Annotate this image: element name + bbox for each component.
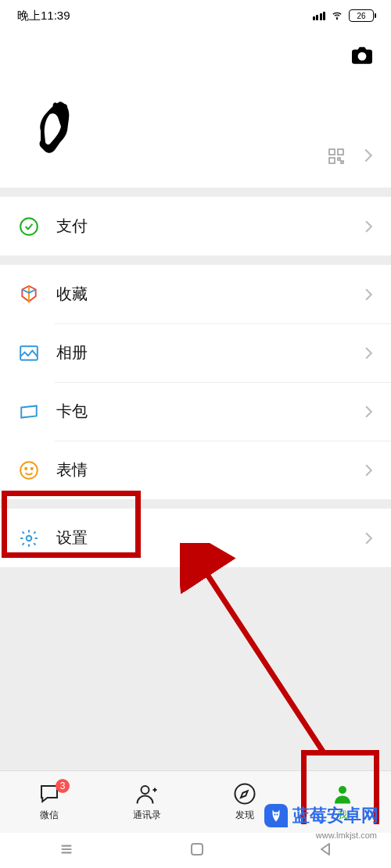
unread-badge: 3 bbox=[56, 779, 70, 793]
qrcode-button[interactable] bbox=[328, 148, 344, 167]
menu-label: 卡包 bbox=[56, 401, 365, 422]
menu-label: 表情 bbox=[56, 459, 365, 480]
svg-point-9 bbox=[20, 218, 38, 235]
svg-point-13 bbox=[31, 467, 33, 469]
watermark-text: 蓝莓安卓网 bbox=[292, 804, 378, 827]
battery-icon: 26 bbox=[349, 9, 374, 22]
menu-label: 相册 bbox=[56, 342, 365, 363]
favorites-icon bbox=[19, 284, 39, 305]
chevron-right-icon bbox=[365, 288, 372, 301]
person-icon bbox=[331, 782, 354, 805]
menu-item-cards[interactable]: 卡包 bbox=[0, 382, 391, 441]
pay-icon bbox=[19, 216, 39, 237]
annotation-arrow bbox=[180, 543, 344, 770]
svg-point-11 bbox=[20, 462, 38, 479]
wifi-icon bbox=[330, 10, 344, 21]
tab-chats[interactable]: 3 微信 bbox=[0, 771, 98, 833]
chevron-right-icon bbox=[364, 148, 372, 166]
menu-item-favorites[interactable]: 收藏 bbox=[0, 265, 391, 323]
camera-icon bbox=[352, 47, 372, 64]
gear-icon bbox=[19, 528, 39, 548]
chevron-right-icon bbox=[365, 347, 372, 359]
svg-point-23 bbox=[274, 813, 275, 815]
profile-header[interactable] bbox=[0, 31, 391, 188]
svg-rect-7 bbox=[338, 158, 340, 160]
camera-button[interactable] bbox=[352, 47, 372, 67]
menu-group-pay: 支付 bbox=[0, 197, 391, 255]
svg-rect-20 bbox=[61, 845, 71, 846]
qrcode-icon bbox=[328, 148, 344, 164]
menu-label: 收藏 bbox=[56, 284, 365, 305]
svg-point-14 bbox=[27, 535, 32, 541]
svg-rect-6 bbox=[329, 158, 335, 163]
status-indicators: 26 bbox=[313, 9, 375, 22]
tab-contacts[interactable]: 通讯录 bbox=[98, 771, 196, 833]
menu-label: 支付 bbox=[56, 216, 365, 237]
tab-label: 通讯录 bbox=[133, 809, 161, 822]
svg-point-12 bbox=[25, 467, 27, 469]
menu-item-album[interactable]: 相册 bbox=[0, 323, 391, 382]
svg-rect-8 bbox=[341, 161, 343, 163]
chevron-right-icon bbox=[365, 532, 372, 545]
watermark-logo-icon bbox=[264, 804, 288, 827]
menu-item-settings[interactable]: 设置 bbox=[0, 509, 391, 567]
svg-rect-5 bbox=[338, 149, 343, 155]
status-bar: 晚上11:39 26 bbox=[0, 0, 391, 31]
svg-point-17 bbox=[339, 786, 346, 794]
watermark-url: www.lmkjst.com bbox=[316, 830, 377, 840]
svg-rect-19 bbox=[61, 852, 71, 853]
compass-icon bbox=[233, 782, 256, 805]
album-icon bbox=[19, 343, 39, 363]
avatar-image bbox=[17, 95, 88, 166]
menu-group-settings: 设置 bbox=[0, 509, 391, 567]
menu-item-stickers[interactable]: 表情 bbox=[0, 441, 391, 499]
chevron-right-icon bbox=[365, 464, 372, 477]
svg-point-15 bbox=[141, 786, 149, 794]
chevron-right-icon bbox=[365, 405, 372, 418]
contacts-icon bbox=[135, 782, 159, 805]
sticker-icon bbox=[19, 460, 39, 480]
svg-rect-4 bbox=[329, 149, 335, 155]
svg-point-24 bbox=[276, 813, 278, 815]
tab-label: 微信 bbox=[40, 809, 59, 822]
menu-item-pay[interactable]: 支付 bbox=[0, 197, 391, 255]
chevron-right-icon bbox=[365, 220, 372, 233]
svg-rect-21 bbox=[192, 844, 203, 855]
nav-back-button[interactable] bbox=[319, 842, 333, 859]
signal-icon bbox=[313, 12, 326, 20]
divider bbox=[0, 499, 391, 509]
tab-label: 发现 bbox=[235, 809, 254, 822]
svg-point-0 bbox=[336, 19, 337, 20]
nav-recent-button[interactable] bbox=[58, 841, 75, 861]
divider bbox=[0, 255, 391, 265]
nav-home-button[interactable] bbox=[190, 842, 204, 859]
avatar[interactable] bbox=[17, 95, 88, 166]
menu-group-collection: 收藏 相册 卡包 表情 bbox=[0, 265, 391, 499]
svg-line-22 bbox=[199, 563, 325, 754]
svg-point-16 bbox=[235, 784, 254, 804]
status-time: 晚上11:39 bbox=[17, 9, 70, 23]
divider bbox=[0, 188, 391, 197]
cards-icon bbox=[19, 402, 39, 422]
menu-label: 设置 bbox=[56, 527, 365, 548]
battery-level: 26 bbox=[357, 12, 365, 20]
svg-rect-18 bbox=[61, 848, 71, 849]
watermark: 蓝莓安卓网 bbox=[264, 804, 378, 827]
